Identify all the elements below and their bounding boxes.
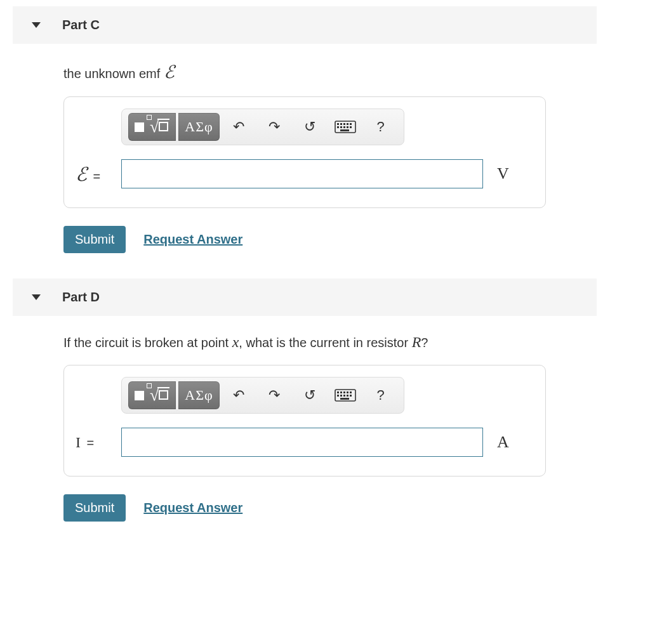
part-c: Part C the unknown emf ℰ √ <box>0 6 650 253</box>
chevron-down-icon <box>32 294 41 300</box>
var-r: R <box>412 334 421 350</box>
svg-rect-22 <box>350 395 352 397</box>
templates-button[interactable]: √ <box>128 381 176 409</box>
part-body: If the circuit is broken at point x, wha… <box>0 334 571 522</box>
svg-rect-13 <box>337 391 339 393</box>
svg-rect-14 <box>340 391 342 393</box>
prompt-text: If the circuit is broken at point x, wha… <box>63 334 571 351</box>
reset-icon: ↺ <box>304 119 315 135</box>
answer-input[interactable] <box>121 159 483 188</box>
help-icon: ? <box>377 387 385 404</box>
svg-rect-11 <box>340 129 349 131</box>
svg-rect-8 <box>343 126 345 128</box>
redo-button[interactable]: ↷ <box>258 381 291 409</box>
svg-rect-1 <box>337 123 339 125</box>
emf-symbol: ℰ <box>164 62 175 82</box>
answer-input-row: ℰ = V <box>76 159 534 188</box>
redo-icon: ↷ <box>269 387 280 404</box>
svg-rect-4 <box>347 123 348 125</box>
part-header[interactable]: Part C <box>13 6 597 44</box>
undo-icon: ↶ <box>233 387 244 404</box>
svg-rect-5 <box>350 123 352 125</box>
svg-rect-17 <box>350 391 352 393</box>
redo-icon: ↷ <box>269 119 280 135</box>
svg-rect-15 <box>343 391 345 393</box>
keyboard-icon <box>335 121 356 133</box>
reset-button[interactable]: ↺ <box>293 381 326 409</box>
unit-label: A <box>497 433 509 452</box>
svg-rect-18 <box>337 395 339 397</box>
chevron-down-icon <box>32 22 41 28</box>
svg-rect-9 <box>347 126 348 128</box>
svg-rect-2 <box>340 123 342 125</box>
equation-toolbar: √ ΑΣφ ↶ ↷ ↺ <box>121 108 404 145</box>
svg-rect-23 <box>340 398 349 400</box>
part-title: Part C <box>62 18 100 32</box>
part-title: Part D <box>62 290 100 305</box>
undo-icon: ↶ <box>233 119 244 135</box>
svg-rect-6 <box>337 126 339 128</box>
var-x: x <box>232 334 239 350</box>
prompt-text: the unknown emf ℰ <box>63 62 571 82</box>
svg-rect-20 <box>343 395 345 397</box>
part-header[interactable]: Part D <box>13 279 597 316</box>
keyboard-button[interactable] <box>329 381 362 409</box>
svg-rect-16 <box>347 391 348 393</box>
answer-lhs: I = <box>76 434 121 451</box>
svg-rect-3 <box>343 123 345 125</box>
greek-icon: ΑΣφ <box>185 387 213 404</box>
undo-button[interactable]: ↶ <box>222 113 255 141</box>
answer-box: √ ΑΣφ ↶ ↷ ↺ <box>63 365 546 476</box>
request-answer-link[interactable]: Request Answer <box>143 232 242 247</box>
greek-symbols-button[interactable]: ΑΣφ <box>178 381 219 409</box>
help-button[interactable]: ? <box>364 381 397 409</box>
submit-button[interactable]: Submit <box>63 226 126 253</box>
help-icon: ? <box>377 119 385 135</box>
answer-input-row: I = A <box>76 428 534 457</box>
svg-rect-7 <box>340 126 342 128</box>
part-body: the unknown emf ℰ √ ΑΣφ <box>0 62 571 253</box>
reset-icon: ↺ <box>304 387 315 404</box>
template-icon: √ <box>135 387 169 404</box>
part-d: Part D If the circuit is broken at point… <box>0 279 650 522</box>
answer-lhs: ℰ = <box>76 163 121 185</box>
undo-button[interactable]: ↶ <box>222 381 255 409</box>
request-answer-link[interactable]: Request Answer <box>143 501 242 515</box>
equation-toolbar: √ ΑΣφ ↶ ↷ ↺ <box>121 377 404 414</box>
greek-symbols-button[interactable]: ΑΣφ <box>178 113 219 141</box>
unit-label: V <box>497 164 509 183</box>
svg-rect-21 <box>347 395 348 397</box>
keyboard-button[interactable] <box>329 113 362 141</box>
actions-row: Submit Request Answer <box>63 494 571 522</box>
greek-icon: ΑΣφ <box>185 119 213 135</box>
answer-box: √ ΑΣφ ↶ ↷ ↺ <box>63 96 546 208</box>
keyboard-icon <box>335 389 356 402</box>
answer-input[interactable] <box>121 428 483 457</box>
actions-row: Submit Request Answer <box>63 226 571 253</box>
svg-rect-19 <box>340 395 342 397</box>
submit-button[interactable]: Submit <box>63 494 126 522</box>
svg-rect-10 <box>350 126 352 128</box>
templates-button[interactable]: √ <box>128 113 176 141</box>
template-icon: √ <box>135 119 169 135</box>
help-button[interactable]: ? <box>364 113 397 141</box>
reset-button[interactable]: ↺ <box>293 113 326 141</box>
redo-button[interactable]: ↷ <box>258 113 291 141</box>
